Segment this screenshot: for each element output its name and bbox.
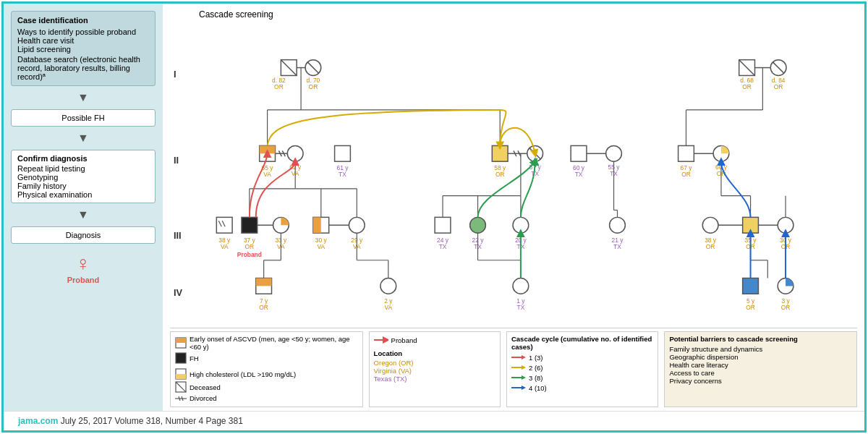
cycle1-row: 1 (3) bbox=[511, 353, 653, 362]
svg-text:TX: TX bbox=[339, 171, 346, 178]
diagnosis-box: Diagnosis bbox=[11, 226, 156, 244]
gen3-female7 bbox=[778, 217, 793, 233]
gen3-female4 bbox=[513, 217, 529, 233]
svg-text:OR: OR bbox=[274, 83, 284, 90]
legend-area: Early onset of ASCVD (men, age <50 y; wo… bbox=[170, 328, 857, 407]
cascade-title: Cascade screening bbox=[199, 9, 857, 20]
case-id-item-3: Lipid screening bbox=[17, 45, 149, 54]
legend-symbols: Early onset of ASCVD (men, age <50 y; wo… bbox=[170, 331, 363, 407]
svg-text:OR: OR bbox=[706, 243, 715, 250]
legend-highchol-row: High cholesterol (LDL >190 mg/dL) bbox=[175, 368, 358, 380]
legend-proband-location: Proband Location Oregon (OR) Virginia (V… bbox=[369, 331, 501, 407]
svg-text:VA: VA bbox=[263, 171, 271, 178]
proband-label: Proband bbox=[11, 276, 156, 284]
gen1-male1-deceased bbox=[281, 60, 297, 76]
cycle2-row: 2 (6) bbox=[511, 363, 653, 372]
gen3-proband bbox=[242, 217, 258, 233]
svg-rect-120 bbox=[176, 353, 186, 363]
barrier-1: Family structure and dynamics bbox=[669, 345, 852, 353]
barriers-title: Potential barriers to cascade screening bbox=[669, 335, 852, 343]
svg-text:VA: VA bbox=[221, 243, 229, 250]
case-id-item-4: Database search (electronic health recor… bbox=[17, 55, 149, 81]
cycle3-label: 3 (8) bbox=[529, 374, 543, 382]
legend-ascvd-symbol bbox=[175, 337, 187, 349]
gen3-male4 bbox=[743, 217, 759, 233]
svg-text:VA: VA bbox=[385, 304, 393, 311]
gen-label-I: I bbox=[174, 69, 176, 80]
svg-text:TX: TX bbox=[517, 304, 525, 311]
legend-ascvd-text: Early onset of ASCVD (men, age <50 y; wo… bbox=[190, 335, 358, 351]
gen3-female3 bbox=[470, 217, 486, 233]
svg-text:OR: OR bbox=[742, 83, 752, 90]
svg-rect-46 bbox=[313, 217, 321, 233]
possible-fh-label: Possible FH bbox=[61, 114, 104, 122]
cycle4-label: 4 (10) bbox=[529, 384, 547, 392]
legend-divorced-text: Divorced bbox=[190, 394, 217, 402]
gen3-female2 bbox=[349, 217, 365, 233]
cycle2-label: 2 (6) bbox=[529, 364, 543, 372]
footer-site: jama.com bbox=[18, 416, 58, 426]
main-content: Case identification Ways to identify pos… bbox=[4, 4, 864, 411]
left-panel: Case identification Ways to identify pos… bbox=[4, 4, 163, 411]
svg-text:TX: TX bbox=[575, 171, 583, 178]
svg-line-36 bbox=[218, 221, 221, 226]
gen2-male2 bbox=[335, 145, 351, 161]
arrow-2: ▼ bbox=[11, 132, 156, 144]
gen1-female1-deceased bbox=[307, 62, 319, 74]
svg-text:OR: OR bbox=[746, 304, 755, 311]
gen3-female5 bbox=[610, 217, 626, 233]
legend-fh-symbol bbox=[175, 352, 187, 364]
gen2-male3 bbox=[492, 145, 508, 161]
confirm-item-1: Repeat lipid testing bbox=[17, 164, 149, 173]
svg-marker-134 bbox=[522, 375, 526, 380]
gen2-female1 bbox=[287, 145, 303, 161]
gen2-male4 bbox=[571, 145, 587, 161]
legend-oregon: Oregon (OR) bbox=[374, 359, 495, 367]
svg-text:OR: OR bbox=[309, 83, 318, 90]
svg-text:Proband: Proband bbox=[237, 251, 262, 258]
legend-proband-row: Proband bbox=[374, 335, 495, 345]
svg-marker-130 bbox=[522, 355, 526, 359]
gen2-female3 bbox=[606, 145, 622, 161]
gen2-male1-ascvd bbox=[260, 145, 276, 153]
legend-highchol-text: High cholesterol (LDL >190 mg/dL) bbox=[190, 370, 296, 378]
legend-deceased-symbol bbox=[175, 381, 187, 393]
right-panel: Cascade screening I II III IV d. 82 OR bbox=[163, 4, 864, 411]
svg-text:OR: OR bbox=[259, 304, 268, 311]
gen3-female6 bbox=[702, 217, 718, 233]
barrier-4: Access to care bbox=[669, 369, 852, 377]
gen1-male2-deceased bbox=[739, 60, 755, 76]
svg-text:OR: OR bbox=[495, 171, 505, 178]
proband-figure: ♀ Proband bbox=[11, 252, 156, 284]
legend-cascade: Cascade cycle (cumulative no. of identif… bbox=[506, 331, 658, 407]
diagnosis-label: Diagnosis bbox=[66, 231, 101, 239]
case-id-title: Case identification bbox=[17, 16, 149, 25]
gen3-male3 bbox=[435, 217, 451, 233]
svg-text:TX: TX bbox=[439, 243, 447, 250]
barrier-3: Health care literacy bbox=[669, 361, 852, 369]
arrow-1: ▼ bbox=[11, 92, 156, 103]
legend-proband-text: Proband bbox=[391, 336, 417, 344]
gen2-male5 bbox=[678, 145, 694, 161]
barrier-2: Geographic dispersion bbox=[669, 353, 852, 361]
svg-text:TX: TX bbox=[531, 170, 539, 177]
legend-fh-row: FH bbox=[175, 352, 358, 364]
legend-proband-symbol bbox=[374, 335, 388, 345]
confirm-item-4: Physical examination bbox=[17, 190, 149, 199]
legend-deceased-row: Deceased bbox=[175, 381, 358, 393]
svg-text:OR: OR bbox=[781, 304, 791, 311]
legend-virginia: Virginia (VA) bbox=[374, 367, 495, 375]
gen-label-III: III bbox=[174, 230, 182, 241]
gen-label-II: II bbox=[174, 155, 179, 166]
gen-label-IV: IV bbox=[174, 287, 183, 298]
legend-divorced-row: Divorced bbox=[175, 394, 358, 402]
confirm-diagnosis-box: Confirm diagnosis Repeat lipid testing G… bbox=[11, 150, 156, 203]
svg-marker-132 bbox=[522, 365, 526, 370]
svg-line-124 bbox=[176, 382, 186, 392]
cycle3-row: 3 (8) bbox=[511, 373, 653, 382]
legend-fh-text: FH bbox=[190, 354, 199, 362]
legend-cascade-title: Cascade cycle (cumulative no. of identif… bbox=[511, 335, 653, 351]
pedigree-svg: I II III IV d. 82 OR d. 70 OR bbox=[170, 22, 857, 326]
svg-rect-68 bbox=[256, 278, 272, 286]
arrow-3: ▼ bbox=[11, 209, 156, 221]
